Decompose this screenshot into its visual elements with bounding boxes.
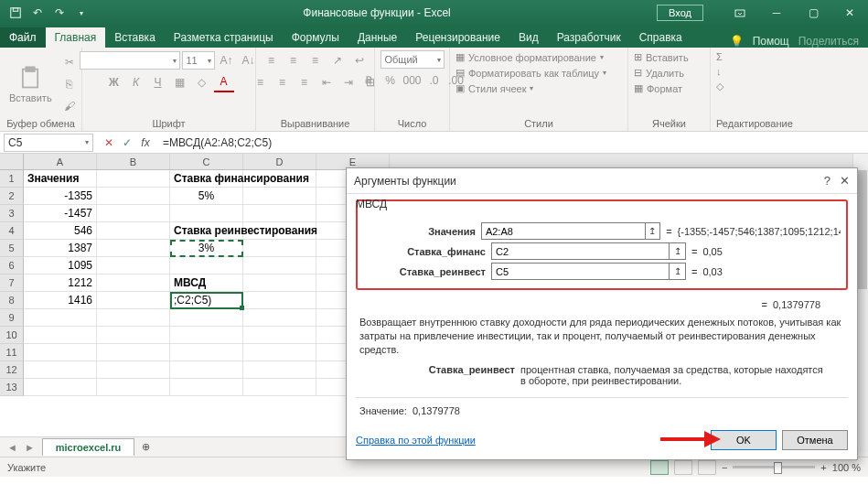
cell[interactable]: -1355 xyxy=(24,188,97,205)
share-button[interactable]: Поделиться xyxy=(798,35,859,48)
align-right-icon[interactable]: ≡ xyxy=(295,72,315,92)
sheet-next-icon[interactable]: ► xyxy=(25,442,35,453)
cell[interactable]: Ставка финансирования xyxy=(170,170,243,188)
copy-icon[interactable]: ⎘ xyxy=(59,74,80,94)
cell[interactable] xyxy=(243,379,316,396)
cell[interactable] xyxy=(243,327,316,344)
col-header[interactable]: A xyxy=(24,154,97,169)
increase-font-icon[interactable]: A↑ xyxy=(217,50,237,70)
cell[interactable] xyxy=(97,170,170,188)
increase-decimal-icon[interactable]: .0 xyxy=(424,70,445,91)
cell[interactable] xyxy=(97,344,170,361)
tab-formulas[interactable]: Формулы xyxy=(283,27,348,48)
cell[interactable] xyxy=(170,205,243,222)
cell[interactable] xyxy=(97,327,170,344)
tab-review[interactable]: Рецензирование xyxy=(406,27,509,48)
cell[interactable] xyxy=(97,240,170,257)
add-sheet-button[interactable]: ⊕ xyxy=(134,441,157,453)
col-header[interactable]: D xyxy=(243,154,316,169)
format-painter-icon[interactable]: 🖌 xyxy=(59,96,80,116)
tab-developer[interactable]: Разработчик xyxy=(548,27,630,48)
zoom-slider[interactable] xyxy=(733,466,815,468)
ok-button[interactable]: OK xyxy=(711,430,777,450)
dialog-titlebar[interactable]: Аргументы функции ? ✕ xyxy=(347,168,857,194)
tell-me-icon[interactable]: 💡 xyxy=(730,35,744,48)
cell[interactable] xyxy=(170,379,243,396)
page-break-view-icon[interactable] xyxy=(698,460,716,475)
delete-cells-button[interactable]: ⊟Удалить xyxy=(634,66,684,80)
dialog-help-icon[interactable]: ? xyxy=(824,174,830,188)
row-header[interactable]: 2 xyxy=(0,188,24,205)
formula-input[interactable]: =МВСД(A2:A8;C2;C5) xyxy=(157,136,868,149)
row-header[interactable]: 12 xyxy=(0,361,24,379)
arg-input-reinvest-rate[interactable] xyxy=(491,263,670,280)
italic-icon[interactable]: К xyxy=(126,72,146,92)
row-header[interactable]: 9 xyxy=(0,309,24,327)
cell[interactable] xyxy=(243,257,316,274)
cell[interactable] xyxy=(24,344,97,361)
cell[interactable]: ;C2;C5) xyxy=(170,292,243,309)
cell[interactable] xyxy=(24,361,97,379)
qat-dropdown-icon[interactable]: ▾ xyxy=(71,3,91,23)
cell[interactable] xyxy=(243,309,316,327)
page-layout-view-icon[interactable] xyxy=(674,460,692,475)
clear-button[interactable]: ◇ xyxy=(716,80,723,93)
undo-icon[interactable]: ↶ xyxy=(27,3,48,23)
close-icon[interactable]: ✕ xyxy=(831,0,868,26)
align-top-icon[interactable]: ≡ xyxy=(262,50,282,70)
cell[interactable] xyxy=(97,274,170,292)
font-size-combo[interactable]: 11 xyxy=(182,51,215,70)
insert-cells-button[interactable]: ⊞Вставить xyxy=(634,50,689,64)
save-icon[interactable] xyxy=(5,3,26,23)
cell[interactable] xyxy=(170,327,243,344)
sheet-tab[interactable]: microexcel.ru xyxy=(42,438,135,456)
fill-button[interactable]: ↓ xyxy=(716,65,722,78)
row-header[interactable]: 1 xyxy=(0,170,24,188)
cancel-button[interactable]: Отмена xyxy=(782,430,848,450)
arg-input-finance-rate[interactable] xyxy=(491,242,670,260)
increase-indent-icon[interactable]: ⇥ xyxy=(338,72,359,92)
cell[interactable] xyxy=(170,361,243,379)
align-center-icon[interactable]: ≡ xyxy=(273,72,293,92)
dialog-close-icon[interactable]: ✕ xyxy=(840,174,850,188)
comma-icon[interactable]: 000 xyxy=(402,70,423,91)
formula-enter-icon[interactable]: ✓ xyxy=(119,136,135,149)
cell[interactable] xyxy=(97,309,170,327)
cell[interactable]: 1387 xyxy=(24,240,97,257)
zoom-level[interactable]: 100 % xyxy=(832,462,861,473)
percent-icon[interactable]: % xyxy=(380,70,401,91)
cell[interactable] xyxy=(97,222,170,240)
cell[interactable] xyxy=(97,379,170,396)
row-header[interactable]: 7 xyxy=(0,274,24,292)
orientation-icon[interactable]: ↗ xyxy=(327,50,348,70)
cell[interactable] xyxy=(170,257,243,274)
sheet-prev-icon[interactable]: ◄ xyxy=(7,442,17,453)
conditional-formatting-button[interactable]: ▦Условное форматирование▾ xyxy=(455,50,604,64)
minimize-icon[interactable]: ─ xyxy=(758,0,795,26)
col-header[interactable]: C xyxy=(170,154,243,169)
cell[interactable]: 546 xyxy=(24,222,97,240)
row-header[interactable]: 13 xyxy=(0,379,24,396)
row-header[interactable]: 4 xyxy=(0,222,24,240)
cell[interactable] xyxy=(170,309,243,327)
align-middle-icon[interactable]: ≡ xyxy=(284,50,304,70)
function-help-link[interactable]: Справка по этой функции xyxy=(356,435,476,446)
cell[interactable] xyxy=(97,205,170,222)
cell[interactable] xyxy=(24,327,97,344)
signin-button[interactable]: Вход xyxy=(657,5,703,21)
format-cells-button[interactable]: ▦Формат xyxy=(634,81,682,95)
cell[interactable]: -1457 xyxy=(24,205,97,222)
cell[interactable] xyxy=(243,188,316,205)
tell-me[interactable]: Помощ xyxy=(753,35,789,48)
wrap-text-icon[interactable]: ↩ xyxy=(349,50,370,70)
cell[interactable]: 5% xyxy=(170,188,243,205)
border-icon[interactable]: ▦ xyxy=(170,72,190,92)
fill-color-icon[interactable]: ◇ xyxy=(192,72,212,92)
align-left-icon[interactable]: ≡ xyxy=(251,72,271,92)
select-all-triangle[interactable] xyxy=(0,154,24,169)
decrease-indent-icon[interactable]: ⇤ xyxy=(316,72,337,92)
tab-view[interactable]: Вид xyxy=(509,27,548,48)
tab-layout[interactable]: Разметка страницы xyxy=(165,27,283,48)
font-color-icon[interactable]: А xyxy=(214,72,234,92)
cell[interactable]: 3% xyxy=(170,240,243,257)
